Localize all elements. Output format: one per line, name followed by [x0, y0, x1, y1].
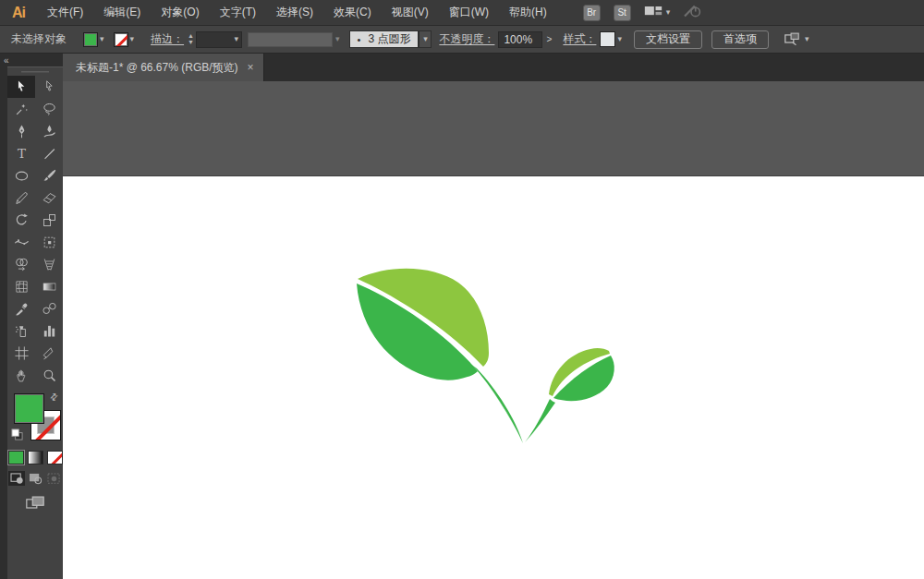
- lasso-icon: [42, 102, 57, 117]
- tool-ellipse[interactable]: [7, 164, 35, 187]
- tool-symbol-sprayer[interactable]: [7, 320, 35, 342]
- gradient-button[interactable]: [28, 451, 43, 464]
- tool-perspective-grid[interactable]: [35, 253, 63, 275]
- paint-style-buttons: [7, 451, 63, 464]
- stock-button[interactable]: St: [614, 5, 631, 21]
- menu-item-5[interactable]: 效果(C): [323, 0, 382, 25]
- fill-proxy[interactable]: [14, 393, 44, 424]
- color-button[interactable]: [8, 451, 24, 464]
- chevron-down-icon[interactable]: ▾: [130, 35, 135, 43]
- menu-bar: Ai 文件(F)编辑(E)对象(O)文字(T)选择(S)效果(C)视图(V)窗口…: [0, 0, 924, 26]
- canvas-pasteboard[interactable]: [63, 81, 924, 579]
- close-icon[interactable]: ×: [248, 61, 254, 74]
- stroke-weight-stepper[interactable]: ▲ ▼: [188, 33, 194, 45]
- stroke-weight-combo[interactable]: ▾: [196, 31, 242, 48]
- none-button[interactable]: [47, 451, 63, 464]
- tool-artboard[interactable]: [7, 342, 35, 364]
- tool-gradient[interactable]: [35, 275, 63, 297]
- tool-selection[interactable]: [7, 76, 35, 98]
- sprout-logo-artwork[interactable]: [357, 264, 634, 458]
- tool-hand[interactable]: [7, 364, 35, 386]
- screen-mode-button[interactable]: [7, 495, 63, 511]
- workspace-switcher[interactable]: ▾: [644, 5, 671, 20]
- artboard[interactable]: [63, 175, 924, 579]
- fill-swatch[interactable]: [83, 32, 98, 47]
- tool-slice[interactable]: [35, 342, 63, 364]
- perspective-grid-icon: [42, 257, 57, 272]
- curvature-icon: [42, 124, 57, 139]
- tool-eraser[interactable]: [35, 187, 63, 209]
- big-leaf-stem[interactable]: [473, 366, 523, 443]
- shape-builder-icon: [14, 257, 30, 272]
- brush-definition-preview[interactable]: • 3 点圆形: [349, 30, 419, 48]
- chevron-down-icon[interactable]: ▾: [234, 35, 238, 43]
- draw-inside-button: [45, 471, 62, 486]
- style-swatch[interactable]: [600, 31, 615, 47]
- document-tab-bar: 未标题-1* @ 66.67% (RGB/预览) ×: [63, 54, 924, 81]
- draw-behind-button[interactable]: [27, 471, 43, 486]
- tool-line-segment[interactable]: [35, 142, 63, 164]
- eyedropper-icon: [14, 301, 30, 317]
- tool-curvature[interactable]: [35, 120, 63, 142]
- style-label[interactable]: 样式：: [563, 31, 596, 47]
- stepper-down-icon[interactable]: ▼: [188, 40, 194, 45]
- menu-item-0[interactable]: 文件(F): [37, 0, 93, 25]
- default-fill-stroke-icon[interactable]: [11, 428, 23, 443]
- tool-direct-selection[interactable]: [35, 76, 63, 98]
- menu-item-2[interactable]: 对象(O): [151, 0, 209, 25]
- document-tab[interactable]: 未标题-1* @ 66.67% (RGB/预览) ×: [63, 54, 264, 81]
- stroke-swatch[interactable]: [114, 32, 128, 47]
- chevron-down-icon[interactable]: ▾: [100, 35, 104, 43]
- type-icon: T: [14, 146, 30, 162]
- tool-rotate[interactable]: [7, 209, 35, 231]
- panel-dock-control[interactable]: ▾: [784, 31, 809, 48]
- menu-items: 文件(F)编辑(E)对象(O)文字(T)选择(S)效果(C)视图(V)窗口(W)…: [37, 0, 557, 25]
- chevron-down-icon[interactable]: ▾: [617, 35, 622, 43]
- tool-width[interactable]: [7, 231, 35, 253]
- tool-scale[interactable]: [35, 209, 63, 231]
- menu-item-3[interactable]: 文字(T): [210, 0, 266, 25]
- tool-magic-wand[interactable]: [7, 98, 35, 120]
- preferences-button[interactable]: 首选项: [711, 30, 769, 49]
- menu-item-4[interactable]: 选择(S): [266, 0, 323, 25]
- bridge-button[interactable]: Br: [583, 5, 601, 21]
- opacity-submenu-arrow[interactable]: >: [542, 31, 555, 48]
- fill-stroke-indicator: ⇄: [7, 390, 63, 449]
- panel-grip[interactable]: [7, 67, 63, 76]
- fill-color-control[interactable]: ▾: [83, 32, 107, 47]
- menu-item-6[interactable]: 视图(V): [382, 0, 439, 25]
- tool-shape-builder[interactable]: [7, 253, 35, 275]
- touch-workspace-icon[interactable]: [683, 3, 703, 22]
- width-profile-dropdown: [248, 32, 333, 47]
- tool-pen[interactable]: [7, 120, 35, 142]
- menu-item-8[interactable]: 帮助(H): [499, 0, 557, 25]
- draw-normal-button[interactable]: [8, 471, 25, 486]
- small-leaf-stem[interactable]: [525, 399, 555, 442]
- tool-zoom[interactable]: [35, 364, 63, 386]
- document-setup-button[interactable]: 文档设置: [634, 30, 702, 49]
- stroke-weight-label[interactable]: 描边：: [151, 31, 184, 47]
- opacity-input[interactable]: 100%: [498, 31, 542, 48]
- chevron-down-icon[interactable]: ▾: [423, 35, 428, 43]
- pencil-icon: [14, 190, 30, 206]
- selection-icon: [14, 79, 30, 95]
- menu-item-1[interactable]: 编辑(E): [93, 0, 151, 25]
- selection-status: 未选择对象: [11, 31, 83, 47]
- stroke-color-control[interactable]: ▾: [114, 32, 138, 47]
- tool-mesh[interactable]: [7, 275, 35, 297]
- menu-item-7[interactable]: 窗口(W): [439, 0, 499, 25]
- tool-paintbrush[interactable]: [35, 164, 63, 187]
- tool-free-transform[interactable]: [35, 231, 63, 253]
- hand-icon: [14, 368, 30, 383]
- tool-lasso[interactable]: [35, 98, 63, 120]
- swap-fill-stroke-icon[interactable]: ⇄: [47, 391, 60, 404]
- collapse-panel-icon[interactable]: «: [4, 55, 8, 66]
- panel-dock-icon: [784, 31, 800, 48]
- tool-blend[interactable]: [35, 297, 63, 320]
- tool-eyedropper[interactable]: [7, 297, 35, 320]
- tool-type[interactable]: T: [7, 142, 35, 164]
- opacity-label[interactable]: 不透明度：: [439, 31, 494, 47]
- brush-dropdown-button[interactable]: ▾: [419, 30, 432, 48]
- tool-pencil[interactable]: [7, 187, 35, 209]
- tool-column-graph[interactable]: [35, 320, 63, 342]
